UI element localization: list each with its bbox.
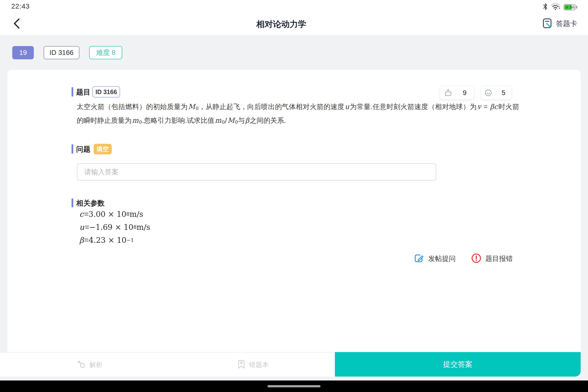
likes-count: 9 (456, 89, 474, 97)
card-question-id-badge: ID 3166 (92, 86, 120, 98)
parameter-beta: β = 4.23 × 10−1 (79, 234, 150, 246)
answer-sheet-icon (543, 18, 552, 30)
post-question-label: 发帖提问 (428, 254, 456, 264)
like-button[interactable]: 9 (440, 86, 474, 100)
parameter-list: c = 3.00 × 108 m/s u = −1.69 × 108 m/s β… (79, 208, 150, 246)
badge-row: 19 ID 3166 难度 8 (12, 46, 122, 59)
status-time: 22:43 (11, 2, 30, 10)
edit-pencil-icon (414, 253, 424, 264)
wrong-book-label: 错题本 (249, 360, 269, 369)
parameter-c: c = 3.00 × 108 m/s (79, 208, 150, 220)
section-bar (72, 198, 73, 207)
back-button[interactable] (10, 17, 24, 30)
exclamation-circle-icon (471, 253, 482, 264)
status-icons: 56 (543, 3, 577, 11)
smiley-icon (481, 89, 496, 97)
wrong-book-button[interactable]: 错题本 (237, 352, 269, 377)
page-title: 相对论动力学 (256, 18, 306, 30)
report-error-button[interactable]: 题目报错 (471, 253, 513, 264)
battery-nub (576, 6, 577, 8)
battery-icon: 56 (564, 4, 576, 10)
smiles-count: 5 (496, 89, 511, 97)
system-bottom-bar (0, 380, 588, 392)
wifi-icon (551, 3, 561, 11)
question-type-badge: 填空 (94, 144, 112, 154)
problem-text: 太空火箭（包括燃料）的初始质量为M0，从静止起飞，向后喷出的气体相对火箭的速度u… (77, 101, 519, 128)
answer-section-label: 问题 (76, 144, 90, 154)
question-id-badge: ID 3166 (44, 46, 80, 59)
answer-input[interactable] (77, 164, 436, 180)
battery-percent: 56 (570, 5, 574, 10)
question-section-label: 题目 (76, 88, 90, 97)
difficulty-badge: 难度 8 (89, 46, 122, 59)
question-number-badge: 19 (12, 46, 34, 59)
post-question-button[interactable]: 发帖提问 (414, 253, 456, 264)
chevron-left-icon (13, 18, 20, 29)
home-indicator[interactable] (268, 385, 320, 387)
bluetooth-icon (543, 3, 548, 11)
report-error-label: 题目报错 (485, 254, 513, 264)
smile-button[interactable]: 5 (481, 86, 512, 100)
thumbs-up-icon (440, 89, 455, 97)
submit-answer-button[interactable]: 提交答案 (335, 352, 581, 376)
section-bar (72, 144, 73, 154)
analysis-button[interactable]: 解析 (77, 352, 103, 377)
question-card: 题目 ID 3166 9 5 太空火箭（包括燃料）的 (7, 70, 581, 352)
answer-card-label: 答题卡 (556, 19, 577, 29)
analysis-label: 解析 (90, 360, 103, 369)
app-screen: 22:43 (0, 0, 588, 392)
key-icon (77, 360, 86, 370)
params-section-label: 相关参数 (76, 198, 104, 208)
charging-bolt-icon (566, 5, 568, 10)
status-and-nav-bar: 22:43 (0, 0, 588, 35)
section-bar (72, 87, 73, 96)
bookmark-plus-icon (237, 360, 246, 370)
parameter-u: u = −1.69 × 108 m/s (79, 220, 150, 234)
answer-card-button[interactable]: 答题卡 (543, 18, 577, 30)
